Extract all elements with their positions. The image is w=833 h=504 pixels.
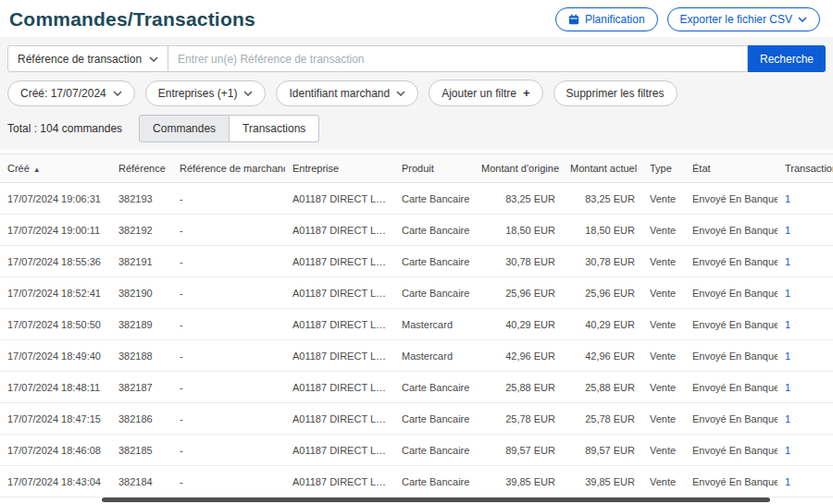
cell-amount_current: 42,96 EUR <box>563 340 642 372</box>
search-field-selector[interactable]: Référence de transaction <box>7 45 168 72</box>
cell-reference: 382192 <box>111 215 172 246</box>
page-title: Commandes/Transactions <box>9 8 255 31</box>
header-actions: Planification Exporter le fichier CSV <box>555 7 820 31</box>
cell-merchant_reference: - <box>172 435 285 466</box>
clear-filters-label: Supprimer les filtres <box>566 87 665 100</box>
transactions-link[interactable]: 1 <box>785 413 790 424</box>
cell-reference: 382190 <box>111 277 172 309</box>
filter-chip-identifiant-marchand[interactable]: Identifiant marchand <box>276 80 418 106</box>
cell-amount_origin: 18,50 EUR <box>474 215 563 246</box>
cell-type: Vente <box>642 246 685 277</box>
column-header-montant-actuel[interactable]: Montant actuel <box>563 154 642 183</box>
cell-created: 17/07/2024 18:47:15 <box>0 403 111 435</box>
cell-merchant_reference: - <box>172 372 285 403</box>
export-csv-button[interactable]: Exporter le fichier CSV <box>667 7 820 31</box>
transactions-link[interactable]: 1 <box>785 350 790 362</box>
cell-state: Envoyé En Banque <box>685 246 777 277</box>
cell-type: Vente <box>642 340 685 372</box>
search-input[interactable] <box>168 45 748 72</box>
export-csv-label: Exporter le fichier CSV <box>680 13 792 26</box>
cell-type: Vente <box>642 215 685 246</box>
transactions-link[interactable]: 1 <box>785 445 790 456</box>
cell-amount_origin: 42,96 EUR <box>474 340 563 372</box>
total-count: Total : 104 commandes <box>7 122 122 135</box>
transactions-link[interactable]: 1 <box>785 382 790 393</box>
cell-transactions: 1 <box>777 277 833 309</box>
cell-reference: 382186 <box>111 403 172 435</box>
clear-filters-button[interactable]: Supprimer les filtres <box>553 80 678 106</box>
table-row[interactable]: 17/07/2024 19:00:11382192-A01187 DIRECT … <box>0 215 833 246</box>
column-header-reference[interactable]: Référence <box>111 154 172 183</box>
column-header-produit[interactable]: Produit <box>394 154 474 183</box>
cell-type: Vente <box>642 403 685 435</box>
cell-amount_current: 25,78 EUR <box>563 403 642 435</box>
cell-state: Envoyé En Banque <box>685 215 777 246</box>
table-row[interactable]: 17/07/2024 18:50:50382189-A01187 DIRECT … <box>0 309 833 340</box>
table-row[interactable]: 17/07/2024 18:46:08382185-A01187 DIRECT … <box>0 435 833 466</box>
cell-amount_origin: 30,78 EUR <box>474 246 563 277</box>
transactions-link[interactable]: 1 <box>785 288 790 299</box>
table-row[interactable]: 17/07/2024 18:49:40382188-A01187 DIRECT … <box>0 340 833 372</box>
table-row[interactable]: 17/07/2024 18:43:04382184-A01187 DIRECT … <box>0 466 833 498</box>
column-header-montant-origine[interactable]: Montant d'origine <box>474 154 563 183</box>
search-button[interactable]: Recherche <box>748 45 826 72</box>
cell-reference: 382187 <box>111 372 172 403</box>
filter-chip-cree[interactable]: Créé: 17/07/2024 <box>7 80 135 106</box>
column-header-transactions-associees[interactable]: Transactions associées <box>777 154 833 183</box>
chevron-down-icon <box>798 17 807 22</box>
horizontal-scrollbar[interactable] <box>102 498 770 502</box>
transactions-link[interactable]: 1 <box>785 319 790 330</box>
tab-transactions[interactable]: Transactions <box>229 115 319 142</box>
tabs-row: Total : 104 commandes Commandes Transact… <box>7 115 826 142</box>
cell-amount_current: 18,50 EUR <box>563 215 642 246</box>
cell-product: Mastercard <box>394 309 474 340</box>
filter-chip-label: Identifiant marchand <box>289 87 390 100</box>
table-row[interactable]: 17/07/2024 18:55:36382191-A01187 DIRECT … <box>0 246 833 277</box>
column-header-etat[interactable]: État <box>685 154 777 183</box>
sort-asc-icon[interactable]: ▲ <box>33 166 41 174</box>
chevron-down-icon <box>113 91 122 96</box>
cell-amount_current: 40,29 EUR <box>563 309 642 340</box>
cell-merchant_reference: - <box>172 309 285 340</box>
table-row[interactable]: 17/07/2024 18:47:15382186-A01187 DIRECT … <box>0 403 833 435</box>
search-bar: Référence de transaction Recherche <box>7 45 826 72</box>
view-tabs: Commandes Transactions <box>139 115 319 142</box>
cell-company: A01187 DIRECT LE PANI… <box>285 372 394 403</box>
column-header-entreprise[interactable]: Entreprise <box>285 154 394 183</box>
cell-product: Carte Bancaire <box>394 277 474 309</box>
cell-merchant_reference: - <box>172 215 285 246</box>
add-filter-button[interactable]: Ajouter un filtre + <box>429 80 542 106</box>
cell-transactions: 1 <box>777 246 833 277</box>
planification-button[interactable]: Planification <box>555 7 658 31</box>
cell-state: Envoyé En Banque <box>685 340 777 372</box>
table-row[interactable]: 17/07/2024 18:52:41382190-A01187 DIRECT … <box>0 277 833 309</box>
cell-state: Envoyé En Banque <box>685 403 777 435</box>
table-row[interactable]: 17/07/2024 19:06:31382193-A01187 DIRECT … <box>0 183 833 215</box>
transactions-link[interactable]: 1 <box>785 256 790 267</box>
filter-chip-label: Entreprises (+1) <box>158 87 238 100</box>
transactions-link[interactable]: 1 <box>785 476 790 487</box>
filter-chip-entreprises[interactable]: Entreprises (+1) <box>145 80 267 106</box>
tab-commandes[interactable]: Commandes <box>139 115 230 142</box>
orders-table-container: Créé▲ Référence Référence de marchand En… <box>0 154 833 498</box>
cell-company: A01187 DIRECT LE PANI… <box>285 403 394 435</box>
cell-reference: 382185 <box>111 435 172 466</box>
cell-company: A01187 DIRECT LE PANI… <box>285 340 394 372</box>
column-header-cree[interactable]: Créé▲ <box>0 154 111 183</box>
cell-reference: 382184 <box>111 466 172 498</box>
cell-transactions: 1 <box>777 435 833 466</box>
cell-merchant_reference: - <box>172 277 285 309</box>
cell-type: Vente <box>642 435 685 466</box>
cell-created: 17/07/2024 18:43:04 <box>0 466 111 498</box>
cell-amount_origin: 83,25 EUR <box>474 183 563 215</box>
cell-state: Envoyé En Banque <box>685 372 777 403</box>
cell-merchant_reference: - <box>172 466 285 498</box>
transactions-link[interactable]: 1 <box>785 193 790 204</box>
column-header-type[interactable]: Type <box>642 154 685 183</box>
column-header-reference-marchand[interactable]: Référence de marchand <box>172 154 285 183</box>
plus-icon: + <box>523 86 530 100</box>
transactions-link[interactable]: 1 <box>785 225 790 236</box>
table-row[interactable]: 17/07/2024 18:48:11382187-A01187 DIRECT … <box>0 372 833 403</box>
cell-product: Carte Bancaire <box>394 435 474 466</box>
cell-merchant_reference: - <box>172 340 285 372</box>
